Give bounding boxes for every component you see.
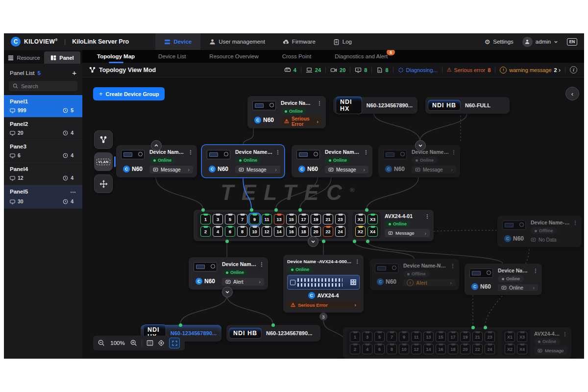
- topology-layout-button[interactable]: [94, 130, 113, 149]
- ndi-hb-source-top[interactable]: NDI HB N60-FULL: [425, 97, 510, 114]
- port-X3[interactable]: X3: [368, 214, 378, 224]
- port-12[interactable]: 12: [262, 226, 272, 237]
- fullscreen-button[interactable]: [169, 338, 180, 348]
- settings-button[interactable]: ⚙ Settings: [485, 38, 514, 46]
- message-row[interactable]: Message: [534, 346, 567, 355]
- tab-cross-point[interactable]: Cross Point: [281, 51, 312, 61]
- add-panel-button[interactable]: +: [72, 69, 76, 77]
- card-menu-button[interactable]: ⋮: [353, 259, 360, 264]
- expand-down-chevron-1[interactable]: [415, 140, 426, 151]
- port-7[interactable]: 7: [387, 332, 397, 342]
- tab-diagnostics-alert[interactable]: Diagnostics and Alert 6: [334, 51, 389, 61]
- port-4[interactable]: 4: [362, 344, 372, 354]
- alert-row[interactable]: Alert›: [222, 278, 264, 286]
- device-card-online-right[interactable]: CN60 Device Name -N60-01⋮ Online Online›: [465, 264, 542, 295]
- device-card-alert[interactable]: CN60 Device Name-N60-01⋮ Online Alert›: [189, 257, 268, 290]
- message-row[interactable]: Message›: [325, 166, 368, 173]
- port-24[interactable]: 24: [335, 226, 345, 237]
- port-14[interactable]: 14: [274, 226, 284, 237]
- port-15[interactable]: 15: [286, 214, 296, 224]
- zoom-out-button[interactable]: [98, 340, 105, 346]
- port-10[interactable]: 10: [249, 226, 260, 237]
- card-menu-button[interactable]: ⋮: [571, 220, 578, 225]
- port-5[interactable]: 5: [374, 332, 385, 342]
- tab-log[interactable]: Log: [324, 33, 361, 50]
- port-13[interactable]: 13: [423, 332, 434, 342]
- serious-error-row[interactable]: ⚠Serious Error›: [287, 301, 360, 309]
- port-15[interactable]: 15: [436, 332, 446, 342]
- port-22[interactable]: 22: [472, 344, 483, 354]
- card-menu-button[interactable]: ⋮: [315, 100, 322, 106]
- port-24[interactable]: 24: [485, 344, 495, 354]
- port-X3[interactable]: X3: [517, 332, 527, 342]
- card-menu-button[interactable]: ⋮: [273, 149, 281, 155]
- port-5[interactable]: 5: [225, 214, 235, 224]
- language-switch[interactable]: EN: [567, 38, 577, 46]
- serious-error-status[interactable]: ⚠ Serious error 8: [447, 67, 491, 73]
- vlan-view-button[interactable]: VLAN: [94, 152, 113, 171]
- port-14[interactable]: 14: [423, 344, 434, 354]
- port-3[interactable]: 3: [362, 332, 372, 342]
- user-menu[interactable]: admin: [522, 37, 558, 47]
- panel-list-item-panel2[interactable]: Panel2204: [4, 118, 82, 140]
- device-card-no-data[interactable]: CN60 Device Name-N60-01⋮ Offline No Data: [497, 216, 582, 247]
- port-X2[interactable]: X2: [505, 344, 515, 354]
- port-2[interactable]: 2: [350, 344, 360, 354]
- panel-list-item-pane3[interactable]: Pane364: [4, 140, 82, 163]
- device-card-n60-top[interactable]: CN60 Device Name -N60-01⋮ Online ⚠Seriou…: [247, 96, 326, 128]
- port-X4[interactable]: X4: [517, 344, 527, 354]
- port-21[interactable]: 21: [472, 332, 483, 342]
- port-X4[interactable]: X4: [368, 226, 378, 237]
- port-23[interactable]: 23: [485, 332, 495, 342]
- port-16[interactable]: 16: [436, 344, 446, 354]
- tab-firmware[interactable]: Firmware: [274, 33, 324, 50]
- port-11[interactable]: 11: [411, 332, 421, 342]
- create-device-group-button[interactable]: + Create Device Group: [93, 87, 165, 100]
- message-row[interactable]: Message›: [385, 229, 430, 237]
- port-18[interactable]: 18: [298, 226, 309, 237]
- port-12[interactable]: 12: [411, 344, 421, 354]
- port-22[interactable]: 22: [323, 226, 333, 237]
- diagnosing-status[interactable]: Diagnosing...: [398, 67, 438, 73]
- expand-alerts-chevron[interactable]: ›: [559, 67, 561, 73]
- port-6[interactable]: 6: [225, 226, 235, 237]
- port-16[interactable]: 16: [286, 226, 296, 237]
- device-card-row2-3[interactable]: CN60 Device Name -N60-01⋮ Online Message…: [292, 145, 372, 177]
- port-8[interactable]: 8: [237, 226, 247, 237]
- port-13[interactable]: 13: [274, 214, 284, 224]
- card-menu-button[interactable]: ⋮: [423, 213, 430, 219]
- center-target-button[interactable]: [158, 340, 165, 346]
- port-8[interactable]: 8: [387, 344, 397, 354]
- port-X2[interactable]: X2: [355, 226, 366, 237]
- tab-panel[interactable]: Panel: [44, 51, 80, 64]
- device-card-row2-2-selected[interactable]: CN60 Device Name-N60-01⋮ Online Message›: [202, 145, 284, 177]
- tab-user-management[interactable]: User management: [200, 33, 274, 50]
- collapse-panel-button[interactable]: ‹: [565, 87, 579, 100]
- panel-list-item-panel5[interactable]: Panel5⋯304: [4, 185, 82, 209]
- panel-more-button[interactable]: ⋯: [71, 189, 77, 196]
- port-1[interactable]: 1: [200, 214, 211, 224]
- message-row[interactable]: Message›: [235, 166, 280, 173]
- port-1[interactable]: 1: [350, 332, 360, 342]
- message-row[interactable]: Message›: [149, 166, 193, 173]
- zoom-in-button[interactable]: [130, 340, 137, 346]
- tab-device[interactable]: Device: [155, 33, 200, 50]
- alert-row[interactable]: !Alert›: [403, 279, 455, 286]
- expand-down-chevron-2[interactable]: [308, 236, 318, 247]
- collapse-up-chevron[interactable]: [151, 140, 162, 151]
- card-menu-button[interactable]: ⋮: [362, 149, 369, 155]
- panel-search-input[interactable]: Search: [9, 81, 77, 91]
- panel-list-item-panel4[interactable]: Panel4124: [4, 163, 82, 185]
- serious-error-row[interactable]: ⚠Serious Error›: [281, 117, 322, 126]
- card-menu-button[interactable]: ⋮: [186, 149, 194, 155]
- card-menu-button[interactable]: ⋮: [257, 261, 265, 267]
- card-menu-button[interactable]: ⋮: [449, 149, 457, 155]
- port-23[interactable]: 23: [335, 214, 345, 224]
- port-X1[interactable]: X1: [505, 332, 515, 342]
- tab-resource[interactable]: Resource: [6, 51, 42, 64]
- port-7[interactable]: 7: [237, 214, 247, 224]
- port-19[interactable]: 19: [311, 214, 321, 224]
- tab-device-list[interactable]: Device List: [157, 51, 187, 61]
- port-17[interactable]: 17: [448, 332, 458, 342]
- port-20[interactable]: 20: [460, 344, 470, 354]
